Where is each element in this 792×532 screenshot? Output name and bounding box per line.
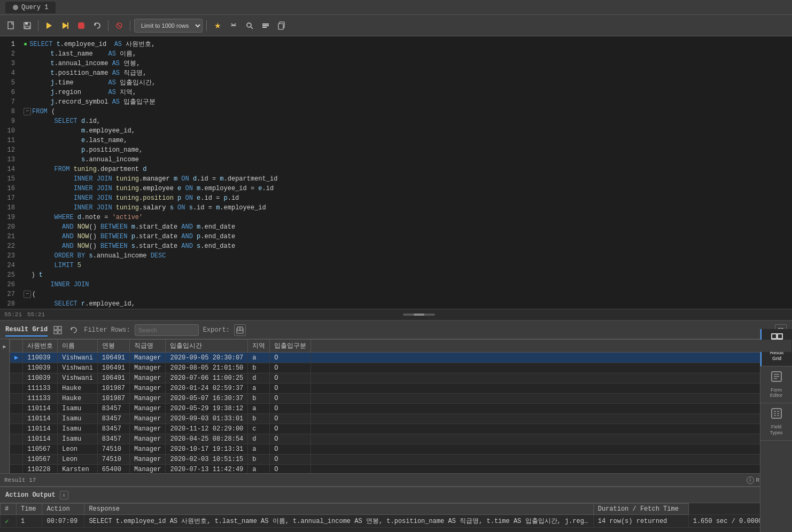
table-cell-사원번호[interactable]: 110039: [23, 373, 58, 384]
table-cell-직급명[interactable]: Manager: [130, 414, 166, 424]
table-cell-지역[interactable]: d: [248, 373, 270, 384]
table-cell-연봉[interactable]: 83457: [97, 434, 129, 444]
table-cell-이름[interactable]: Vishwani: [58, 363, 98, 373]
table-cell-지역[interactable]: a: [248, 465, 270, 474]
col-지역[interactable]: 지역: [248, 340, 270, 353]
table-cell-입출입구분[interactable]: O: [270, 394, 311, 404]
table-row[interactable]: ▶110039Vishwani106491Manager2020-09-05 2…: [10, 353, 792, 363]
field-types-panel-btn[interactable]: FieldTypes: [760, 403, 793, 441]
table-cell-지역[interactable]: b: [248, 363, 270, 373]
table-cell-입출입시간[interactable]: 2020-09-05 20:30:07: [166, 353, 248, 363]
table-cell-연봉[interactable]: 74510: [97, 455, 129, 465]
table-row[interactable]: 110114Isamu83457Manager2020-04-25 08:28:…: [10, 434, 792, 444]
table-cell-지역[interactable]: c: [248, 424, 270, 434]
format-button[interactable]: [259, 19, 273, 33]
editor-area[interactable]: 1 2 3 4 5 6 7 8 9 10 11 12 13 14 15 16 1…: [0, 36, 792, 309]
table-cell-입출입구분[interactable]: O: [270, 465, 311, 474]
col-이름[interactable]: 이름: [58, 340, 98, 353]
row-expand-arrow[interactable]: ▶: [3, 343, 6, 350]
col-입출입구분[interactable]: 입출입구분: [270, 340, 311, 353]
table-cell-직급명[interactable]: Manager: [130, 394, 166, 404]
table-cell-이름[interactable]: Hauke: [58, 394, 98, 404]
col-직급명[interactable]: 직급명: [130, 340, 166, 353]
export-button[interactable]: [234, 324, 246, 336]
table-cell-입출입구분[interactable]: O: [270, 363, 311, 373]
table-cell-사원번호[interactable]: 110039: [23, 363, 58, 373]
table-cell-이름[interactable]: Vishwani: [58, 353, 98, 363]
table-cell-사원번호[interactable]: 110114: [23, 434, 58, 444]
table-row[interactable]: 110567Leon74510Manager2020-10-17 19:13:3…: [10, 444, 792, 455]
table-cell-지역[interactable]: a: [248, 353, 270, 363]
table-cell-입출입시간[interactable]: 2020-11-12 02:29:00: [166, 424, 248, 434]
table-row[interactable]: 110567Leon74510Manager2020-02-03 10:51:1…: [10, 455, 792, 465]
action-expand-button[interactable]: ∧: [60, 491, 68, 499]
table-row[interactable]: 110039Vishwani106491Manager2020-07-06 11…: [10, 373, 792, 384]
code-content[interactable]: ● SELECT t.employee_id AS 사원번호, t.last_n…: [19, 36, 792, 309]
table-cell-입출입시간[interactable]: 2020-01-24 02:59:37: [166, 384, 248, 394]
table-cell-직급명[interactable]: Manager: [130, 384, 166, 394]
table-cell-사원번호[interactable]: 110114: [23, 404, 58, 414]
table-row[interactable]: 110114Isamu83457Manager2020-05-29 19:38:…: [10, 404, 792, 414]
table-cell-연봉[interactable]: 83457: [97, 414, 129, 424]
refresh-button[interactable]: [68, 324, 80, 336]
table-cell-사원번호[interactable]: 110567: [23, 455, 58, 465]
table-cell-입출입시간[interactable]: 2020-02-03 10:51:15: [166, 455, 248, 465]
result-grid-tab[interactable]: Result Grid: [5, 324, 48, 337]
search-replace-button[interactable]: [243, 19, 257, 33]
table-cell-이름[interactable]: Leon: [58, 455, 98, 465]
table-cell-입출입구분[interactable]: O: [270, 434, 311, 444]
table-cell-지역[interactable]: a: [248, 444, 270, 455]
table-cell-입출입시간[interactable]: 2020-09-03 01:33:01: [166, 414, 248, 424]
table-cell-사원번호[interactable]: 111133: [23, 384, 58, 394]
table-cell-입출입구분[interactable]: O: [270, 384, 311, 394]
table-cell-직급명[interactable]: Manager: [130, 404, 166, 414]
stop-button[interactable]: [74, 19, 88, 33]
table-cell-연봉[interactable]: 101987: [97, 384, 129, 394]
col-연봉[interactable]: 연봉: [97, 340, 129, 353]
table-cell-입출입구분[interactable]: O: [270, 353, 311, 363]
reconnect-button[interactable]: [90, 19, 104, 33]
new-file-button[interactable]: [4, 19, 18, 33]
table-cell-이름[interactable]: Karsten: [58, 465, 98, 474]
table-row[interactable]: 111133Hauke101987Manager2020-05-07 16:30…: [10, 394, 792, 404]
table-cell-입출입시간[interactable]: 2020-07-13 11:42:49: [166, 465, 248, 474]
table-cell-사원번호[interactable]: 110039: [23, 353, 58, 363]
table-cell-이름[interactable]: Isamu: [58, 424, 98, 434]
table-cell-직급명[interactable]: Manager: [130, 455, 166, 465]
table-row[interactable]: 110114Isamu83457Manager2020-09-03 01:33:…: [10, 414, 792, 424]
table-cell-이름[interactable]: Hauke: [58, 384, 98, 394]
table-cell-이름[interactable]: Isamu: [58, 434, 98, 444]
query-tab[interactable]: Query 1: [5, 2, 56, 13]
table-cell-직급명[interactable]: Manager: [130, 444, 166, 455]
action-row[interactable]: ✓100:07:09SELECT t.employee_id AS 사원번호, …: [1, 515, 792, 528]
table-cell-사원번호[interactable]: 110228: [23, 465, 58, 474]
table-cell-사원번호[interactable]: 111133: [23, 394, 58, 404]
reset-button[interactable]: [112, 19, 126, 33]
table-cell-입출입구분[interactable]: O: [270, 414, 311, 424]
table-cell-이름[interactable]: Leon: [58, 444, 98, 455]
table-cell-사원번호[interactable]: 110114: [23, 424, 58, 434]
table-cell-지역[interactable]: d: [248, 434, 270, 444]
table-cell-직급명[interactable]: Manager: [130, 465, 166, 474]
table-cell-지역[interactable]: b: [248, 455, 270, 465]
result-table-wrap[interactable]: ▶ 사원번호 이름 연봉 직급명 입출입시간 지역: [0, 339, 792, 473]
table-cell-사원번호[interactable]: 110114: [23, 414, 58, 424]
beautify-button[interactable]: [227, 19, 240, 33]
table-cell-직급명[interactable]: Manager: [130, 363, 166, 373]
table-cell-입출입구분[interactable]: O: [270, 404, 311, 414]
table-cell-직급명[interactable]: Manager: [130, 424, 166, 434]
table-cell-입출입구분[interactable]: O: [270, 373, 311, 384]
table-cell-입출입시간[interactable]: 2020-05-29 19:38:12: [166, 404, 248, 414]
table-cell-입출입시간[interactable]: 2020-10-17 19:13:31: [166, 444, 248, 455]
table-cell-입출입시간[interactable]: 2020-08-05 21:01:50: [166, 363, 248, 373]
execute-script-button[interactable]: [58, 19, 72, 33]
table-row[interactable]: 110114Isamu83457Manager2020-11-12 02:29:…: [10, 424, 792, 434]
table-cell-지역[interactable]: b: [248, 414, 270, 424]
table-cell-직급명[interactable]: Manager: [130, 434, 166, 444]
table-cell-입출입시간[interactable]: 2020-04-25 08:28:54: [166, 434, 248, 444]
action-table-wrap[interactable]: # Time Action Response Duration / Fetch …: [0, 503, 792, 532]
table-cell-연봉[interactable]: 83457: [97, 424, 129, 434]
table-cell-이름[interactable]: Vishwani: [58, 373, 98, 384]
table-cell-연봉[interactable]: 65400: [97, 465, 129, 474]
table-cell-직급명[interactable]: Manager: [130, 373, 166, 384]
